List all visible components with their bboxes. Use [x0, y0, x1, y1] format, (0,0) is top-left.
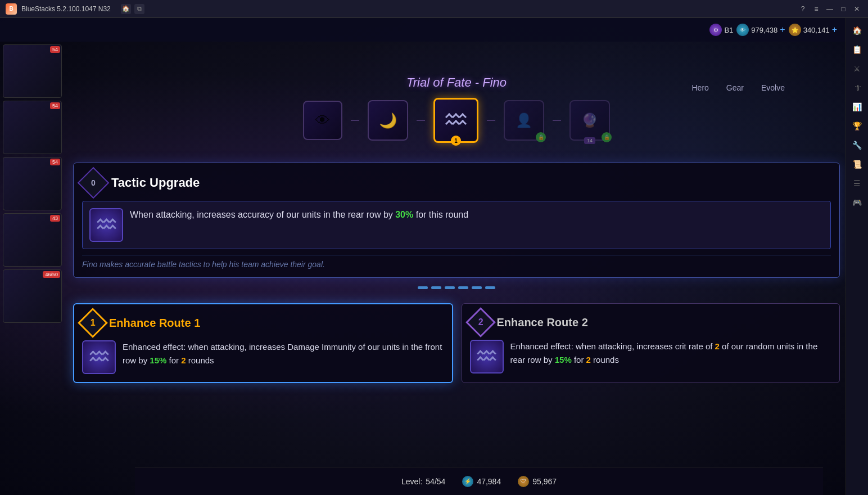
sidebar-icon-10[interactable]: 🎮	[849, 195, 865, 210]
moon-skill-icon: 🌙	[379, 112, 397, 129]
top-resource-bar: ⚙ B1 👁 979,438 + ⭐ 340,141 +	[0, 18, 846, 42]
person-skill-icon: 👤	[516, 112, 532, 128]
unit-badge-5: 46/50	[43, 271, 60, 278]
unit-card-5[interactable]: 46/50	[3, 269, 62, 323]
main-content-area: Trial of Fate - Fino Hero Gear Evolve 👁 …	[67, 42, 846, 495]
sidebar-icon-1[interactable]: 🏠	[849, 22, 865, 38]
route-2-description: Enhanced effect: when attacking, increas…	[510, 340, 832, 367]
skill-node-5-lock: 🔒	[602, 132, 612, 142]
tactic-flavor-text: Fino makes accurate battle tactics to he…	[82, 255, 831, 269]
unit-badge-2: 54	[50, 102, 60, 109]
resource-eye: 👁 979,438 +	[736, 24, 785, 36]
route-2-body: Enhanced effect: when attacking, increas…	[470, 340, 832, 374]
tactic-chevron-icon	[98, 219, 115, 231]
star-value: 340,141	[803, 26, 830, 34]
bottom-stats-bar: Level: 54/54 ⚡ 47,984 🛡 95,967	[135, 467, 823, 495]
sidebar-icon-4[interactable]: 🗡	[849, 80, 865, 96]
titlebar-nav-icons: 🏠 ⧉	[121, 4, 144, 14]
sidebar-icon-7[interactable]: 🔧	[849, 137, 865, 153]
route-1-body: Enhanced effect: when attacking, increas…	[82, 340, 444, 374]
sidebar-icon-5[interactable]: 📊	[849, 99, 865, 115]
route-2-highlight3: 2	[586, 355, 591, 364]
route-1-badge-label: 1	[91, 318, 96, 328]
route-2-mid2: for	[572, 355, 586, 364]
tactic-upgrade-panel: 0 Tactic Upgrade	[73, 163, 840, 278]
route-panel-2[interactable]: 2 Enhance Route 2	[462, 303, 840, 383]
gear-icon: ⚙	[709, 24, 722, 36]
window-controls: ? ≡ — □ ✕	[797, 3, 862, 15]
tactic-description-text: When attacking, increases accuracy of ou…	[130, 208, 468, 222]
stat2-icon: 🛡	[518, 476, 529, 487]
route-2-highlight1: 2	[715, 341, 720, 351]
connector-4	[553, 120, 561, 121]
skill-node-3-active[interactable]: 1	[433, 98, 478, 143]
bluestacks-logo: B	[6, 3, 17, 15]
eye-skill-icon: 👁	[315, 112, 330, 129]
skill-node-5[interactable]: 🔮 🔒 14	[569, 100, 610, 141]
sidebar-icon-2[interactable]: 📋	[849, 42, 865, 57]
menu-button[interactable]: ≡	[811, 3, 822, 15]
level-value: 54/54	[426, 477, 445, 486]
route-panels-container: 1 Enhance Route 1	[73, 303, 840, 383]
shield-chevron-icon	[446, 114, 465, 127]
resources-group: ⚙ B1 👁 979,438 + ⭐ 340,141 +	[709, 24, 837, 36]
help-button[interactable]: ?	[797, 3, 808, 15]
tactic-panel-header: 0 Tactic Upgrade	[82, 172, 831, 194]
close-button[interactable]: ✕	[851, 3, 862, 15]
titlebar: B BlueStacks 5.2.100.1047 N32 🏠 ⧉ ? ≡ — …	[0, 0, 868, 18]
level-stat: Level: 54/54	[401, 477, 445, 486]
tactic-skill-icon	[89, 208, 123, 242]
nav-tabs: Hero Gear Evolve	[687, 81, 789, 94]
tab-evolve[interactable]: Evolve	[757, 81, 789, 94]
skill-node-4-lock: 🔒	[536, 132, 546, 142]
route-1-header: 1 Enhance Route 1	[82, 312, 444, 334]
stat2: 🛡 95,967	[518, 476, 557, 487]
left-unit-panel: 54 54 54 43 46/50	[0, 42, 67, 495]
unit-card-2[interactable]: 54	[3, 101, 62, 154]
sidebar-icon-9[interactable]: ☰	[849, 176, 865, 191]
route-2-header: 2 Enhance Route 2	[470, 312, 832, 333]
sidebar-icon-6[interactable]: 🏆	[849, 118, 865, 134]
unit-card-4[interactable]: 43	[3, 213, 62, 267]
route-1-skill-icon	[82, 340, 116, 374]
eye-value: 979,438	[751, 26, 777, 34]
dash-4	[458, 286, 468, 289]
connector-3	[487, 120, 495, 121]
star-add-button[interactable]: +	[832, 25, 837, 35]
route-2-badge-label: 2	[478, 317, 483, 327]
orb-skill-icon: 🔮	[581, 112, 598, 128]
route-connector	[418, 286, 495, 289]
maximize-button[interactable]: □	[838, 3, 849, 15]
route-1-title: Enhance Route 1	[109, 317, 200, 330]
tab-hero[interactable]: Hero	[687, 81, 713, 94]
route-1-post: rounds	[186, 356, 214, 365]
unit-card-3[interactable]: 54	[3, 157, 62, 210]
skill-node-5-num: 14	[584, 137, 595, 144]
eye-resource-icon: 👁	[736, 24, 749, 36]
route-1-mid: for	[166, 356, 181, 365]
skill-nodes-row: 👁 🌙 1	[67, 98, 846, 143]
unit-card-1[interactable]: 54	[3, 44, 62, 98]
sidebar-icon-3[interactable]: ⚔	[849, 61, 865, 76]
skill-node-3-badge: 1	[451, 136, 461, 146]
home-icon[interactable]: 🏠	[121, 4, 131, 14]
minimize-button[interactable]: —	[824, 3, 835, 15]
route-2-skill-icon	[470, 340, 504, 374]
skill-node-4[interactable]: 👤 🔒	[504, 100, 544, 141]
dash-row-1	[418, 286, 495, 289]
copy-icon[interactable]: ⧉	[134, 4, 144, 14]
skill-node-1[interactable]: 👁	[303, 101, 342, 140]
right-sidebar: 🏠 📋 ⚔ 🗡 📊 🏆 🔧 📜 ☰ 🎮	[846, 18, 868, 495]
route-1-highlight2: 2	[181, 356, 186, 365]
sidebar-icon-8[interactable]: 📜	[849, 156, 865, 172]
tactic-desc-post: for this round	[413, 210, 468, 219]
connector-1	[351, 120, 359, 121]
connector-2	[417, 120, 425, 121]
app-title: BlueStacks 5.2.100.1047 N32	[21, 5, 111, 13]
tab-gear[interactable]: Gear	[722, 81, 748, 94]
route-panel-1[interactable]: 1 Enhance Route 1	[73, 303, 453, 383]
skill-node-2[interactable]: 🌙	[368, 100, 408, 141]
tactic-badge-label: 0	[91, 178, 96, 187]
eye-add-button[interactable]: +	[780, 25, 785, 35]
tactic-title: Tactic Upgrade	[111, 176, 200, 190]
